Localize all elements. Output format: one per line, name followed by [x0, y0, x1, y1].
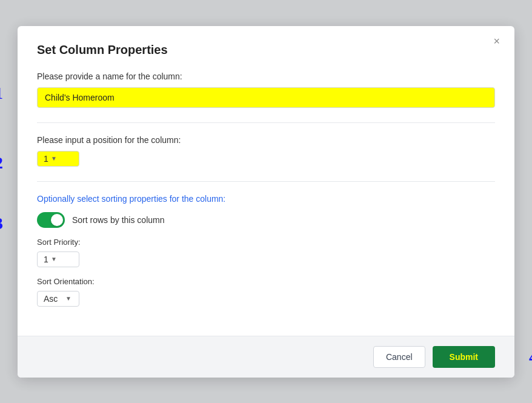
- sort-section: Optionally select sorting properties for…: [37, 194, 495, 307]
- toggle-thumb: [51, 214, 63, 226]
- toggle-row: Sort rows by this column: [37, 212, 495, 228]
- divider-2: [37, 181, 495, 182]
- sort-priority-field: Sort Priority: 1 2 3 ▼: [37, 238, 495, 267]
- dialog-title: Set Column Properties: [37, 43, 495, 57]
- position-section: Please input a position for the column: …: [37, 135, 495, 167]
- column-name-input[interactable]: [37, 87, 495, 108]
- name-section: Please provide a name for the column:: [37, 72, 495, 108]
- sort-orientation-select[interactable]: Asc Desc: [44, 294, 64, 304]
- sort-priority-select-wrapper: 1 2 3 ▼: [37, 251, 79, 267]
- annotation-2: 2: [0, 153, 3, 173]
- position-label: Please input a position for the column:: [37, 135, 495, 145]
- position-dropdown-arrow: ▼: [51, 155, 57, 162]
- sort-orientation-label: Sort Orientation:: [37, 277, 495, 286]
- position-select[interactable]: 1 2 3 4 5: [44, 154, 50, 164]
- sort-priority-label: Sort Priority:: [37, 238, 495, 247]
- close-button[interactable]: ×: [490, 35, 504, 48]
- dialog: 1 2 3 4 Set Column Properties × Please p…: [18, 26, 514, 378]
- annotation-3: 3: [0, 214, 3, 233]
- dialog-footer: Cancel Submit: [18, 336, 514, 378]
- cancel-button[interactable]: Cancel: [373, 346, 425, 368]
- sort-priority-select[interactable]: 1 2 3: [44, 255, 50, 264]
- sort-section-label: Optionally select sorting properties for…: [37, 194, 495, 204]
- submit-button[interactable]: Submit: [433, 346, 495, 368]
- sort-toggle[interactable]: [37, 212, 65, 228]
- sort-orientation-field: Sort Orientation: Asc Desc ▼: [37, 277, 495, 307]
- position-select-wrapper: 1 2 3 4 5 ▼: [37, 151, 79, 167]
- orientation-dropdown-arrow: ▼: [65, 295, 71, 302]
- name-label: Please provide a name for the column:: [37, 72, 495, 81]
- toggle-label: Sort rows by this column: [72, 215, 165, 225]
- annotation-4: 4: [529, 347, 532, 367]
- sort-orientation-select-wrapper: Asc Desc ▼: [37, 291, 79, 307]
- priority-dropdown-arrow: ▼: [51, 256, 57, 262]
- dialog-overlay: 1 2 3 4 Set Column Properties × Please p…: [0, 0, 532, 403]
- dialog-body: Set Column Properties × Please provide a…: [18, 26, 514, 336]
- divider-1: [37, 122, 495, 123]
- annotation-1: 1: [0, 84, 3, 103]
